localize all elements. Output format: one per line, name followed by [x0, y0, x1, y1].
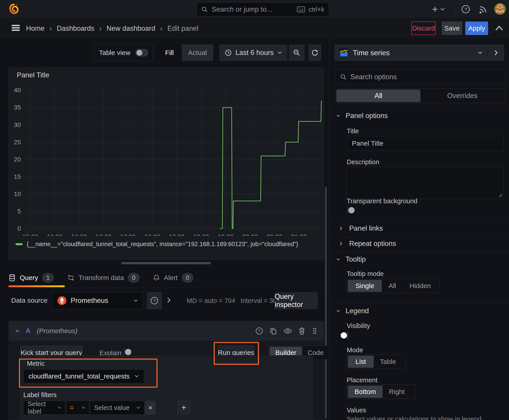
tab-overrides[interactable]: Overrides [420, 90, 504, 102]
legend-mode-list[interactable]: List [348, 356, 374, 368]
datasource-picker[interactable]: Prometheus [52, 292, 143, 309]
chevron-down-icon [336, 310, 340, 313]
chevron-down-icon [82, 406, 85, 409]
description-textarea[interactable] [347, 167, 504, 199]
breadcrumb-dashboards[interactable]: Dashboards [57, 24, 94, 32]
collapse-pane-icon[interactable] [495, 24, 504, 32]
expand-options-button[interactable] [488, 45, 504, 61]
news-rss-icon[interactable] [478, 4, 488, 14]
metric-select[interactable]: cloudflared_tunnel_total_requests [23, 369, 144, 383]
svg-text:16:30: 16:30 [71, 233, 87, 236]
transparent-background-toggle[interactable] [347, 206, 348, 214]
pane-divider[interactable] [329, 38, 329, 420]
tab-alert-label: Alert [164, 274, 178, 282]
zoom-out-button[interactable] [289, 45, 304, 61]
breadcrumb-home[interactable]: Home [26, 24, 45, 32]
legend-values-hint: Select values or calculations to show in… [347, 415, 481, 420]
transparent-background-label: Transparent background [347, 197, 418, 205]
help-icon[interactable]: ? [461, 4, 471, 14]
time-series-chart[interactable]: 051015202530354015:3016:0016:3017:0017:3… [9, 68, 324, 236]
legend-series-label[interactable]: {__name__="cloudflared_tunnel_total_requ… [27, 241, 298, 248]
apply-button[interactable]: Apply [465, 22, 488, 35]
add-filter-button[interactable]: + [177, 401, 190, 415]
legend-mode-group: List Table [347, 354, 406, 369]
panel-options-header[interactable]: Panel options [336, 112, 388, 120]
actual-option[interactable]: Actual [182, 45, 213, 61]
legend-placement-label: Placement [347, 376, 378, 384]
breadcrumb-edit-panel: Edit panel [167, 24, 198, 32]
svg-text:17:00: 17:00 [96, 233, 111, 236]
operator-dropdown[interactable]: = [66, 401, 89, 415]
select-label-dropdown[interactable]: Select label [23, 401, 66, 415]
duplicate-icon[interactable] [270, 327, 277, 335]
breadcrumb-separator: › [99, 24, 101, 32]
remove-filter-button[interactable]: × [145, 401, 156, 415]
options-divider [329, 303, 509, 304]
drag-handle-icon[interactable] [312, 327, 318, 335]
options-search-input[interactable]: Search options [335, 69, 505, 84]
legend-label: Legend [346, 307, 369, 315]
eye-icon[interactable] [283, 328, 292, 334]
chevron-down-icon [277, 51, 282, 54]
svg-text:5: 5 [17, 208, 21, 215]
select-value-dropdown[interactable]: Select value [90, 401, 144, 415]
panel-links-section[interactable]: Panel links [339, 224, 383, 232]
user-avatar[interactable] [494, 3, 506, 15]
save-button[interactable]: Save [442, 22, 462, 35]
resize-drag-handle[interactable] [121, 262, 211, 264]
tab-alert[interactable]: Alert 0 [153, 273, 193, 283]
resize-handle-icon[interactable] [498, 193, 502, 197]
tab-all[interactable]: All [336, 90, 420, 102]
panel-title-input[interactable] [347, 136, 504, 151]
add-menu-button[interactable]: + [432, 4, 445, 14]
left-pane-scrollbar[interactable] [325, 187, 327, 419]
timeseries-viz-icon [339, 48, 348, 57]
datasource-value: Prometheus [71, 297, 129, 305]
global-search-input[interactable]: Search or jump to... ctrl+k [197, 2, 329, 16]
plus-icon: + [432, 5, 438, 14]
refresh-button[interactable] [308, 45, 321, 61]
table-view-toggle[interactable] [135, 49, 148, 57]
operator-value: = [70, 404, 74, 412]
query-inspector-button[interactable]: Query inspector [275, 292, 318, 309]
repeat-options-section[interactable]: Repeat options [339, 240, 396, 248]
metric-label: Metric [27, 360, 45, 367]
help-icon[interactable]: ? [255, 327, 263, 335]
menu-icon[interactable] [11, 23, 21, 32]
help-icon: ? [150, 296, 159, 305]
legend-mode-table[interactable]: Table [374, 356, 403, 368]
discard-button[interactable]: Discard [411, 22, 436, 35]
chart-panel: Panel Title 051015202530354015:3016:0016… [8, 67, 324, 260]
tooltip-mode-group: Single All Hidden [347, 279, 440, 293]
chevron-down-icon [336, 258, 340, 261]
breadcrumb-separator: › [160, 24, 162, 32]
datasource-help-button[interactable]: ? [147, 292, 162, 309]
tab-transform-data[interactable]: Transform data 0 [67, 273, 140, 283]
time-range-picker[interactable]: Last 6 hours [219, 45, 287, 61]
legend-series-marker [15, 243, 23, 245]
svg-text:17:30: 17:30 [120, 233, 136, 236]
query-row-header[interactable]: A (Prometheus) ? [9, 321, 324, 341]
keyboard-icon [297, 7, 305, 12]
clock-icon [225, 49, 232, 56]
title-label: Title [347, 128, 359, 135]
explain-toggle[interactable] [124, 348, 124, 356]
tooltip-mode-all[interactable]: All [382, 280, 403, 292]
search-placeholder: Search or jump to... [212, 5, 293, 14]
tooltip-mode-single[interactable]: Single [348, 280, 382, 292]
svg-text:15: 15 [14, 173, 21, 180]
trash-icon[interactable] [298, 327, 305, 335]
legend-placement-bottom[interactable]: Bottom [348, 386, 383, 398]
grafana-logo-icon[interactable] [8, 3, 20, 15]
legend-section-header[interactable]: Legend [336, 307, 369, 315]
tab-query[interactable]: Query 1 [8, 273, 54, 283]
legend-placement-right[interactable]: Right [383, 386, 411, 398]
tooltip-section-header[interactable]: Tooltip [336, 255, 366, 263]
chevron-right-icon[interactable] [167, 297, 171, 304]
breadcrumb-new-dashboard[interactable]: New dashboard [106, 24, 155, 32]
svg-text:?: ? [464, 7, 467, 12]
visualization-picker[interactable]: Time series [334, 45, 487, 61]
tooltip-mode-hidden[interactable]: Hidden [403, 280, 438, 292]
fill-option[interactable]: Fill [157, 45, 182, 61]
legend-visibility-toggle[interactable] [348, 331, 348, 339]
